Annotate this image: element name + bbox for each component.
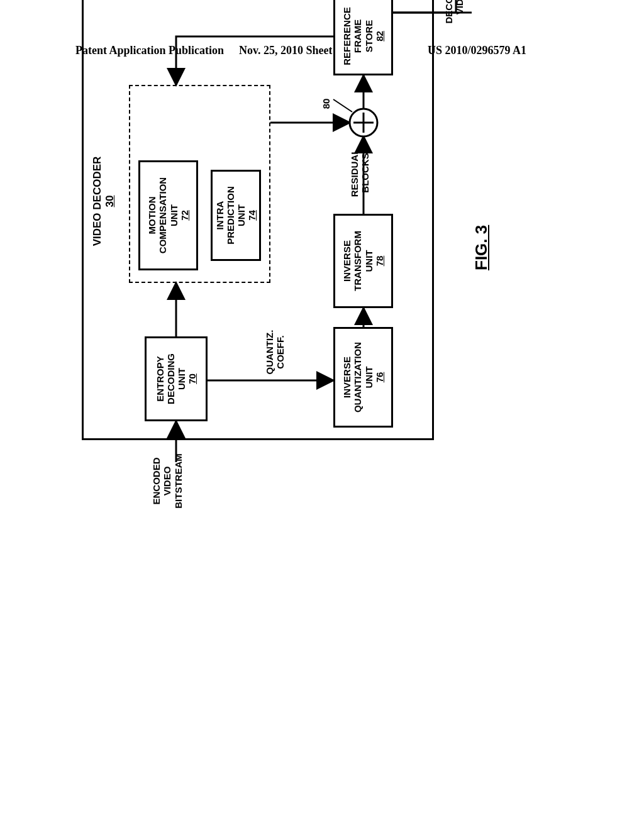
rotated-stage: VIDEO DECODER 30 ENCODED VIDEO BITSTREAM… [69, 88, 616, 516]
figure-label: FIG. 3 [472, 225, 491, 270]
svg-line-7 [333, 99, 352, 112]
wires [69, 0, 497, 516]
diagram: VIDEO DECODER 30 ENCODED VIDEO BITSTREAM… [69, 0, 497, 516]
